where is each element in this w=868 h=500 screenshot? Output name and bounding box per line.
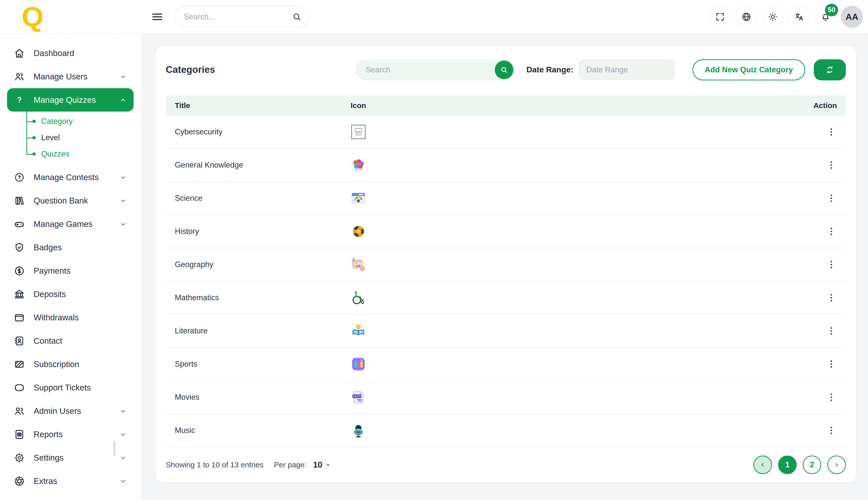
row-actions-menu-button[interactable] bbox=[826, 325, 837, 337]
sidebar-scrollbar-thumb[interactable] bbox=[114, 441, 115, 456]
category-icon-cell bbox=[351, 191, 782, 206]
sidebar-item-manage-games[interactable]: Manage Games bbox=[7, 212, 134, 236]
pagination-next-button[interactable] bbox=[827, 455, 846, 474]
row-actions-menu-button[interactable] bbox=[826, 259, 837, 270]
chevron-down-icon bbox=[119, 197, 127, 205]
manage-users-icon bbox=[14, 71, 25, 82]
sidebar-item-badges[interactable]: Badges bbox=[7, 236, 134, 259]
sidebar-subitem-quizzes[interactable]: Quizzes bbox=[7, 146, 134, 162]
search-icon[interactable] bbox=[292, 12, 302, 22]
notifications-button[interactable]: 50 bbox=[814, 6, 837, 28]
main-area: 50AA Categories Date Range: Add New Quiz… bbox=[141, 0, 868, 500]
add-new-quiz-category-button[interactable]: Add New Quiz Category bbox=[692, 59, 805, 80]
language-globe-button[interactable] bbox=[736, 6, 757, 28]
sidebar-item-withdrawals[interactable]: Withdrawals bbox=[7, 306, 134, 329]
chevron-down-icon bbox=[119, 430, 127, 439]
refresh-button[interactable] bbox=[814, 59, 846, 80]
global-search bbox=[174, 6, 310, 27]
pagination-page-2[interactable]: 2 bbox=[803, 455, 821, 474]
fullscreen-button[interactable] bbox=[709, 6, 731, 28]
translate-icon bbox=[794, 12, 805, 22]
category-title: Mathematics bbox=[175, 293, 351, 302]
table-search-button[interactable] bbox=[495, 60, 513, 79]
sidebar-item-extras[interactable]: Extras bbox=[7, 469, 134, 493]
row-actions-menu-button[interactable] bbox=[826, 160, 837, 171]
row-actions-menu-button[interactable] bbox=[826, 292, 837, 303]
category-action-cell bbox=[782, 160, 837, 171]
sidebar-subitem-level[interactable]: Level bbox=[7, 129, 134, 146]
user-avatar[interactable]: AA bbox=[841, 6, 863, 28]
table-search-input[interactable] bbox=[366, 65, 493, 75]
row-actions-menu-button[interactable] bbox=[826, 193, 837, 204]
sidebar: Q DashboardManage UsersManage QuizzesCat… bbox=[0, 0, 141, 500]
category-title: Literature bbox=[175, 326, 351, 336]
date-range-input[interactable] bbox=[579, 60, 675, 80]
category-title: Sports bbox=[175, 360, 351, 368]
kebab-icon bbox=[826, 226, 837, 237]
per-page-select[interactable]: 10 bbox=[313, 460, 332, 469]
sidebar-item-label: Payments bbox=[34, 266, 71, 276]
category-title: Geography bbox=[175, 260, 351, 269]
sidebar-item-question-bank[interactable]: Question Bank bbox=[7, 189, 134, 212]
row-actions-menu-button[interactable] bbox=[826, 126, 837, 137]
sidebar-item-deposits[interactable]: Deposits bbox=[7, 282, 134, 306]
history-wheel-icon: ? bbox=[351, 224, 366, 239]
sidebar-item-support-tickets[interactable]: Support Tickets bbox=[7, 376, 134, 399]
chevron-down-icon bbox=[119, 220, 127, 228]
kebab-icon bbox=[826, 292, 837, 303]
sidebar-item-label: Manage Games bbox=[34, 219, 93, 229]
settings-gear-icon bbox=[14, 452, 25, 464]
reports-icon bbox=[14, 429, 25, 440]
home-icon bbox=[14, 47, 25, 59]
translate-button[interactable] bbox=[788, 6, 810, 28]
sidebar-subitem-category[interactable]: Category bbox=[7, 113, 134, 129]
sidebar-item-dashboard[interactable]: Dashboard bbox=[7, 42, 134, 65]
sidebar-item-contact[interactable]: Contact bbox=[7, 329, 134, 353]
global-search-input[interactable] bbox=[184, 12, 292, 21]
sidebar-item-label: Withdrawals bbox=[34, 313, 79, 322]
sidebar-item-label: Contact bbox=[34, 336, 62, 346]
svg-text:FACT: FACT bbox=[352, 395, 361, 398]
per-page-value: 10 bbox=[313, 460, 323, 469]
category-action-cell bbox=[782, 425, 837, 436]
sidebar-subitem-label: Category bbox=[41, 117, 73, 126]
svg-text:?: ? bbox=[357, 229, 360, 234]
table-body: CybersecurityGeneral KnowledgeScienceHis… bbox=[166, 116, 846, 447]
category-icon-cell bbox=[351, 157, 782, 173]
row-actions-menu-button[interactable] bbox=[826, 392, 837, 403]
sidebar-item-manage-quizzes[interactable]: Manage Quizzes bbox=[7, 88, 134, 112]
kebab-icon bbox=[826, 160, 837, 171]
sidebar-item-label: Admin Users bbox=[34, 406, 81, 416]
brand-logo[interactable]: Q bbox=[22, 3, 43, 31]
sidebar-item-payments[interactable]: Payments bbox=[7, 259, 134, 282]
row-actions-menu-button[interactable] bbox=[826, 425, 837, 436]
chevron-down-icon bbox=[119, 173, 127, 181]
app-root: Q DashboardManage UsersManage QuizzesCat… bbox=[0, 0, 868, 500]
payments-icon bbox=[14, 265, 25, 277]
notification-count-badge: 50 bbox=[825, 4, 838, 16]
category-action-cell bbox=[782, 226, 837, 237]
theme-toggle-button[interactable] bbox=[762, 6, 784, 28]
sidebar-item-admin-users[interactable]: Admin Users bbox=[7, 399, 134, 423]
row-actions-menu-button[interactable] bbox=[826, 359, 837, 370]
content: Categories Date Range: Add New Quiz Cate… bbox=[141, 34, 868, 500]
row-actions-menu-button[interactable] bbox=[826, 226, 837, 237]
pagination-page-1[interactable]: 1 bbox=[778, 455, 797, 474]
sidebar-item-label: Manage Contests bbox=[34, 173, 99, 182]
sidebar-item-label: Reports bbox=[34, 430, 63, 439]
category-icon-cell bbox=[351, 290, 782, 306]
fact-doc-icon: FACT bbox=[351, 389, 366, 405]
category-icon-cell bbox=[351, 124, 782, 140]
table-row-sports: Sports bbox=[166, 348, 846, 381]
category-icon-cell bbox=[351, 323, 782, 339]
sidebar-item-manage-contests[interactable]: Manage Contests bbox=[7, 166, 134, 189]
sidebar-item-label: Support Tickets bbox=[34, 383, 91, 393]
contest-icon bbox=[14, 172, 25, 183]
table-row-general-knowledge: General Knowledge bbox=[166, 149, 846, 182]
pagination-prev-button[interactable] bbox=[753, 455, 772, 474]
chevron-right-icon bbox=[833, 461, 841, 469]
sidebar-item-subscription[interactable]: Subscription bbox=[7, 353, 134, 376]
brain-icon bbox=[351, 157, 366, 173]
sidebar-toggle-button[interactable] bbox=[151, 10, 164, 23]
sidebar-item-manage-users[interactable]: Manage Users bbox=[7, 65, 134, 88]
